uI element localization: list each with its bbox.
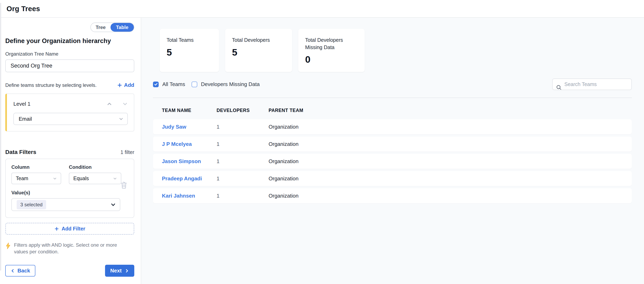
levels-hint: Define teams structure by selecting leve… (5, 82, 97, 88)
column-header-developers: DEVELOPERS (216, 108, 268, 113)
table-view-toggle[interactable]: Table (110, 23, 134, 32)
move-level-down-icon[interactable] (122, 101, 128, 107)
stat-value: 5 (166, 47, 212, 58)
sidebar-heading: Define your Organization hierarchy (5, 37, 134, 45)
developers-count: 1 (216, 193, 268, 199)
developers-count: 1 (216, 141, 268, 147)
add-level-label: Add (124, 82, 134, 88)
chevron-down-icon (52, 176, 57, 181)
filter-values-select[interactable]: 3 selected (12, 198, 120, 211)
level-title: Level 1 (14, 101, 30, 107)
lightning-icon (5, 242, 11, 255)
team-name-link[interactable]: Jason Simpson (162, 158, 216, 164)
window-scrollbar[interactable] (0, 3, 1, 271)
level-card: Level 1 Email (5, 94, 134, 132)
move-level-up-icon[interactable] (107, 101, 112, 107)
back-button[interactable]: Back (5, 265, 35, 277)
table-row[interactable]: Pradeep Angadi 1 Organization (153, 171, 632, 186)
stat-card-total-developers: Total Developers 5 (225, 29, 292, 72)
stat-label: Total Developers (232, 36, 285, 44)
chevron-down-icon (110, 202, 116, 208)
team-name-link[interactable]: Pradeep Angadi (162, 175, 216, 182)
add-level-button[interactable]: Add (117, 82, 134, 88)
filter-condition-value: Equals (73, 175, 89, 181)
view-toggle: Tree Table (90, 22, 134, 32)
column-label: Column (12, 164, 61, 170)
all-teams-checkbox[interactable] (153, 82, 159, 87)
table-row[interactable]: Jason Simpson 1 Organization (153, 154, 632, 169)
all-teams-label: All Teams (162, 81, 185, 87)
filter-card: Column Team Condition Equals (5, 159, 134, 218)
stat-card-total-teams: Total Teams 5 (160, 29, 219, 72)
check-icon (154, 82, 158, 86)
missing-data-label: Developers Missing Data (201, 81, 260, 87)
table-row[interactable]: J P Mcelyea 1 Organization (153, 137, 632, 151)
condition-label: Condition (69, 164, 121, 170)
tree-view-toggle[interactable]: Tree (91, 23, 110, 32)
table-row[interactable]: Judy Saw 1 Organization (153, 119, 632, 134)
search-box (552, 79, 632, 90)
stat-label: Total Developers Missing Data (305, 36, 358, 51)
stat-value: 0 (305, 54, 358, 65)
teams-table: Judy Saw 1 Organization J P Mcelyea 1 Or… (153, 119, 632, 203)
level-column-select[interactable]: Email (14, 113, 128, 125)
missing-data-checkbox[interactable] (192, 82, 197, 87)
plus-icon (117, 83, 122, 88)
add-filter-label: Add Filter (62, 226, 85, 232)
chevron-down-icon (118, 116, 124, 122)
parent-team: Organization (268, 141, 632, 147)
developers-count: 1 (216, 124, 268, 130)
trash-icon (120, 181, 128, 189)
page-title: Org Trees (6, 5, 40, 13)
team-name-link[interactable]: Judy Saw (162, 124, 216, 130)
back-label: Back (18, 268, 30, 274)
main-content: Total Teams 5 Total Developers 5 Total D… (141, 18, 644, 284)
search-teams-input[interactable] (552, 79, 632, 90)
chevron-right-icon (124, 269, 129, 273)
level-column-value: Email (19, 116, 32, 122)
chevron-down-icon (113, 176, 117, 181)
filters-note: Filters apply with AND logic. Select one… (14, 242, 131, 255)
parent-team: Organization (268, 193, 632, 199)
table-header: TEAM NAME DEVELOPERS PARENT TEAM (153, 108, 632, 113)
filter-condition-select[interactable]: Equals (69, 173, 121, 184)
stat-value: 5 (232, 47, 285, 58)
tree-name-label: Organization Tree Name (5, 51, 134, 57)
section-divider (153, 98, 632, 98)
team-name-link[interactable]: J P Mcelyea (162, 141, 216, 147)
delete-filter-button[interactable] (120, 181, 128, 189)
developers-count: 1 (216, 175, 268, 182)
stat-card-missing-data: Total Developers Missing Data 0 (298, 29, 365, 72)
data-filters-title: Data Filters (5, 149, 36, 155)
plus-icon (54, 226, 59, 231)
developers-count: 1 (216, 158, 268, 164)
column-header-parent-team: PARENT TEAM (268, 108, 632, 113)
parent-team: Organization (268, 175, 632, 182)
filter-count-badge: 1 filter (120, 149, 134, 155)
all-teams-checkbox-group[interactable]: All Teams (153, 81, 185, 87)
table-row[interactable]: Kari Jahnsen 1 Organization (153, 188, 632, 203)
selected-values-chip: 3 selected (17, 200, 46, 209)
values-label: Value(s) (12, 190, 120, 196)
parent-team: Organization (268, 158, 632, 164)
filter-column-select[interactable]: Team (12, 173, 61, 184)
stats-row: Total Teams 5 Total Developers 5 Total D… (160, 29, 632, 72)
filter-column-value: Team (16, 175, 28, 181)
add-filter-button[interactable]: Add Filter (5, 223, 134, 235)
parent-team: Organization (268, 124, 632, 130)
stat-label: Total Teams (166, 36, 212, 44)
next-button[interactable]: Next (105, 265, 134, 277)
team-name-link[interactable]: Kari Jahnsen (162, 193, 216, 199)
app-header: Org Trees (0, 0, 644, 18)
config-sidebar: Tree Table Define your Organization hier… (0, 18, 141, 284)
chevron-left-icon (10, 269, 15, 273)
next-label: Next (110, 268, 122, 274)
missing-data-checkbox-group[interactable]: Developers Missing Data (192, 81, 260, 87)
column-header-team-name: TEAM NAME (162, 108, 216, 113)
tree-name-input[interactable] (5, 59, 134, 72)
